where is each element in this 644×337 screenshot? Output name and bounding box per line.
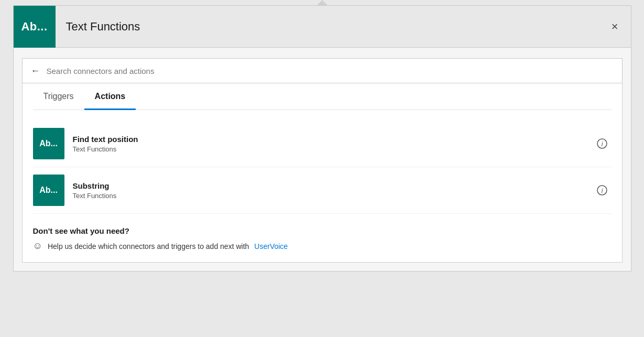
action-subtitle-find-text: Text Functions — [73, 145, 593, 153]
back-button[interactable]: ← — [31, 66, 40, 77]
svg-text:i: i — [601, 187, 603, 194]
tab-triggers[interactable]: Triggers — [33, 83, 84, 110]
tab-actions[interactable]: Actions — [84, 83, 136, 110]
panel-title: Text Functions — [66, 20, 607, 34]
action-title-substring: Substring — [73, 181, 593, 190]
header-icon-text: Ab... — [21, 20, 47, 34]
footer-title: Don't see what you need? — [33, 226, 612, 235]
search-input[interactable] — [47, 67, 614, 75]
main-panel: Ab... Text Functions × ← Triggers Action… — [13, 5, 631, 271]
footer-text-row: ☺ Help us decide which connectors and tr… — [33, 241, 612, 252]
close-button[interactable]: × — [607, 17, 623, 37]
action-icon-substring: Ab... — [33, 175, 64, 206]
action-item-find-text-position[interactable]: Ab... Find text position Text Functions … — [33, 121, 612, 167]
header-icon: Ab... — [14, 6, 56, 48]
uservoice-link[interactable]: UserVoice — [254, 242, 288, 251]
action-icon-text-find-text: Ab... — [39, 139, 58, 148]
content-area: Triggers Actions Ab... Find text positio… — [22, 83, 623, 263]
info-icon-find-text[interactable]: i — [593, 134, 612, 153]
svg-text:i: i — [601, 140, 603, 148]
actions-list: Ab... Find text position Text Functions … — [33, 121, 612, 214]
top-arrow-indicator — [317, 0, 328, 5]
panel-wrapper: Ab... Text Functions × ← Triggers Action… — [0, 0, 644, 337]
panel-header: Ab... Text Functions × — [14, 6, 631, 48]
tabs-container: Triggers Actions — [33, 83, 612, 110]
footer-text: Help us decide which connectors and trig… — [48, 242, 249, 251]
action-item-substring[interactable]: Ab... Substring Text Functions i — [33, 167, 612, 214]
action-subtitle-substring: Text Functions — [73, 192, 593, 200]
action-icon-text-substring: Ab... — [39, 186, 58, 195]
action-icon-find-text: Ab... — [33, 128, 64, 159]
footer-section: Don't see what you need? ☺ Help us decid… — [33, 214, 612, 252]
action-details-find-text: Find text position Text Functions — [73, 135, 593, 153]
action-details-substring: Substring Text Functions — [73, 181, 593, 200]
info-icon-substring[interactable]: i — [593, 181, 612, 200]
search-container: ← — [22, 58, 623, 83]
action-title-find-text: Find text position — [73, 135, 593, 144]
smiley-icon: ☺ — [33, 241, 42, 252]
